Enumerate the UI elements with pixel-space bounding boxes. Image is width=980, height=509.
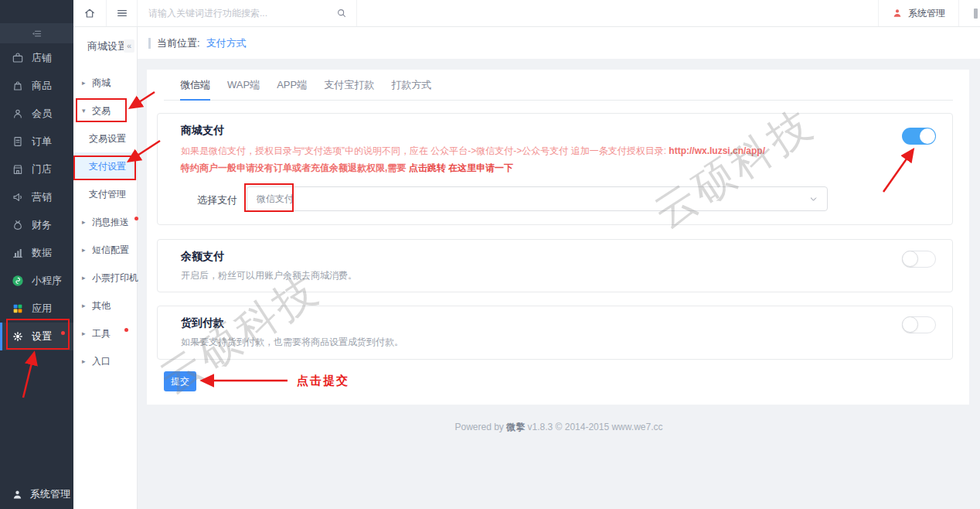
section-warning-text: 如果是微信支付，授权目录与“支付选项”中的说明不同，应在 公众平台->微信支付-…: [181, 145, 765, 158]
submenu-item-label: 工具: [92, 327, 111, 340]
cod-payment-toggle[interactable]: [902, 316, 936, 333]
sidebar-item-data[interactable]: 数据: [0, 239, 73, 267]
secondary-sidebar: 商城设置 « ▸商城▾交易交易设置支付设置支付管理▸消息推送▸短信配置▸小票打印…: [73, 27, 138, 509]
submenu-item-message-push[interactable]: ▸消息推送: [73, 208, 137, 236]
section-description: 开启后，粉丝可以用账户余额去商城消费。: [181, 269, 357, 282]
submenu-item-label: 小票打印机: [92, 272, 138, 285]
tab-wap[interactable]: WAP端: [227, 70, 260, 100]
sidebar-item-label: 设置: [32, 330, 52, 343]
breadcrumb-current-link[interactable]: 支付方式: [206, 36, 247, 50]
clipped-menu-item[interactable]: [958, 0, 980, 26]
sidebar-item-label: 会员: [32, 107, 52, 121]
caret-right-icon: ▸: [82, 218, 88, 226]
section-mall-payment: 商城支付如果是微信支付，授权目录与“支付选项”中的说明不同，应在 公众平台->微…: [157, 113, 953, 225]
submenu-item-payment-manage[interactable]: 支付管理: [73, 180, 137, 208]
menu-toggle-button[interactable]: [107, 0, 138, 26]
caret-down-icon: ▾: [82, 107, 88, 114]
submenu-item-payment-settings[interactable]: 支付设置: [73, 152, 137, 180]
payment-method-value: 微信支付: [257, 193, 809, 206]
sidebar-collapse-button[interactable]: [0, 23, 73, 43]
tab-payout-method[interactable]: 打款方式: [391, 70, 431, 100]
primary-sidebar-menu: 店铺商品会员订单门店营销财务数据小程序应用设置: [0, 44, 73, 350]
finance-icon: [12, 219, 24, 231]
apps-icon: [12, 302, 24, 315]
admin-page: 店铺商品会员订单门店营销财务数据小程序应用设置 系统管理 商城设置 « ▸商城▾…: [0, 0, 980, 509]
miniprogram-icon: [12, 275, 24, 287]
breadcrumb: 当前位置: 支付方式: [138, 27, 980, 59]
sidebar-item-member[interactable]: 会员: [0, 100, 73, 128]
section-description: 如果要支持货到付款，也需要将商品设置成货到付款。: [181, 336, 403, 349]
search-icon[interactable]: [336, 8, 347, 19]
caret-right-icon: ▸: [82, 357, 88, 365]
goods-icon: [12, 80, 24, 92]
section-title: 货到付款: [181, 316, 224, 330]
sidebar-item-order[interactable]: 订单: [0, 128, 73, 155]
submenu-item-sms-config[interactable]: ▸短信配置: [73, 236, 137, 264]
submenu-item-label: 支付设置: [89, 160, 126, 173]
shop-icon: [12, 52, 24, 64]
sidebar-item-label: 数据: [32, 246, 52, 260]
primary-sidebar: 店铺商品会员订单门店营销财务数据小程序应用设置 系统管理: [0, 0, 73, 509]
tab-alipay-payout[interactable]: 支付宝打款: [324, 70, 374, 100]
sidebar-item-label: 店铺: [32, 51, 52, 65]
caret-right-icon: ▸: [82, 79, 88, 87]
payment-tabs: 微信端WAP端APP端支付宝打款打款方式: [164, 70, 953, 101]
submenu-item-trade[interactable]: ▾交易: [73, 97, 137, 125]
breadcrumb-label: 当前位置:: [157, 36, 200, 50]
tab-wechat[interactable]: 微信端: [180, 70, 210, 100]
marketing-icon: [12, 191, 24, 203]
sidebar-item-system-admin[interactable]: 系统管理: [0, 483, 73, 505]
breadcrumb-marker: [148, 38, 151, 49]
submenu-item-label: 其他: [92, 299, 111, 313]
hamburger-icon: [116, 7, 128, 19]
sidebar-item-marketing[interactable]: 营销: [0, 183, 73, 211]
collapse-menu-icon: [31, 28, 43, 39]
balance-payment-toggle[interactable]: [902, 251, 936, 268]
caret-right-icon: ▸: [82, 302, 88, 309]
sidebar-item-shop[interactable]: 店铺: [0, 44, 73, 72]
sidebar-item-label: 商品: [32, 79, 52, 93]
submenu-item-label: 商城: [92, 77, 111, 90]
submit-button[interactable]: 提交: [164, 371, 196, 391]
submenu-item-mall[interactable]: ▸商城: [73, 69, 137, 97]
home-button[interactable]: [73, 0, 107, 26]
sidebar-item-label: 财务: [32, 218, 52, 232]
notification-dot: [61, 331, 65, 335]
submenu-item-label: 消息推送: [92, 216, 129, 229]
sidebar-item-apps[interactable]: 应用: [0, 295, 73, 323]
select-payment-label: 选择支付: [181, 193, 237, 207]
sidebar-item-store[interactable]: 门店: [0, 155, 73, 183]
data-icon: [12, 247, 24, 259]
footer-powered-by: Powered by 微擎 v1.8.3 © 2014-2015 www.we7…: [138, 421, 980, 434]
store-icon: [12, 163, 24, 176]
submenu-item-receipt-printer[interactable]: ▸小票打印机: [73, 264, 137, 292]
submenu-item-trade-settings[interactable]: 交易设置: [73, 125, 137, 152]
sidebar-item-label: 小程序: [32, 274, 62, 288]
secondary-sidebar-menu: ▸商城▾交易交易设置支付设置支付管理▸消息推送▸短信配置▸小票打印机▸其他▸工具…: [73, 69, 137, 375]
notification-dot: [134, 217, 138, 220]
submenu-item-label: 入口: [92, 355, 111, 368]
order-icon: [12, 135, 24, 148]
section-title: 余额支付: [181, 250, 224, 264]
collapse-panel-icon[interactable]: «: [124, 39, 134, 53]
gear-icon: [12, 330, 24, 343]
member-icon: [12, 108, 24, 120]
sidebar-item-finance[interactable]: 财务: [0, 211, 73, 239]
tab-app[interactable]: APP端: [277, 70, 307, 100]
sidebar-item-label: 营销: [32, 190, 52, 204]
mall-payment-toggle[interactable]: [902, 128, 936, 145]
sidebar-item-miniprogram[interactable]: 小程序: [0, 267, 73, 295]
submenu-item-tools[interactable]: ▸工具: [73, 319, 137, 347]
clipped-glyph: [974, 9, 978, 19]
payment-method-select[interactable]: 微信支付: [247, 186, 828, 211]
search-input[interactable]: [147, 7, 330, 19]
secondary-sidebar-title: 商城设置: [87, 39, 128, 53]
chevron-down-icon: [809, 195, 818, 203]
submenu-item-entry[interactable]: ▸入口: [73, 347, 137, 375]
topbar-spacer: [357, 0, 878, 26]
sidebar-item-goods[interactable]: 商品: [0, 72, 73, 100]
admin-account-button[interactable]: 系统管理: [878, 0, 958, 26]
sidebar-item-settings[interactable]: 设置: [0, 323, 73, 350]
caret-right-icon: ▸: [82, 246, 88, 254]
submenu-item-other[interactable]: ▸其他: [73, 292, 137, 319]
